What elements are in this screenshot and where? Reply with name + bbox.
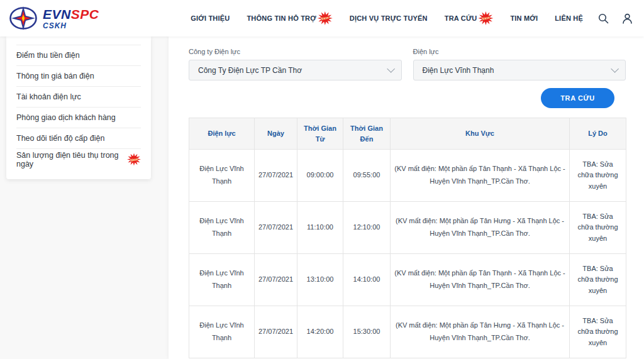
table-row: Điện Lực Vĩnh Thạnh27/07/202113:10:0014:… <box>189 254 626 306</box>
sidebar-item-phong-giao-dich-khach-hang[interactable]: Phòng giao dịch khách hàng <box>16 108 141 128</box>
unit-field: Điện lực Điện Lực Vĩnh Thạnh <box>413 48 626 80</box>
nav-icons <box>598 13 633 24</box>
table-cell: 15:30:00 <box>343 306 391 358</box>
search-button[interactable]: TRA CỨU <box>541 88 614 108</box>
table-header-cell: Thời Gian Từ <box>297 118 343 150</box>
sidebar-item-thong-tin-gia-ban-dien[interactable]: Thông tin giá bán điện <box>16 66 141 87</box>
company-field: Công ty Điện lực Công Ty Điện Lực TP Cần… <box>189 48 402 80</box>
logo-spc: SPC <box>71 7 99 21</box>
main-nav: GIỚI THIỆUTHÔNG TIN HỖ TRỢNewDỊCH VỤ TRỰ… <box>191 11 583 25</box>
top-header: EVNSPC CSKH GIỚI THIỆUTHÔNG TIN HỖ TRỢNe… <box>0 0 644 36</box>
table-cell: TBA: Sửa chữa thường xuyên <box>570 306 626 358</box>
table-header-cell: Thời Gian Đến <box>343 118 391 150</box>
table-cell: (KV mất điện: Một phần ấp Tân Hưng - Xã … <box>391 202 570 254</box>
table-header-row: Điện lựcNgàyThời Gian TừThời Gian ĐếnKhu… <box>189 118 626 150</box>
main-panel: Công ty Điện lực Công Ty Điện Lực TP Cần… <box>169 36 644 359</box>
table-cell: TBA: Sửa chữa thường xuyên <box>570 254 626 306</box>
sidebar-item-label: Thông tin giá bán điện <box>16 72 94 80</box>
unit-select-value: Điện Lực Vĩnh Thạnh <box>423 66 494 75</box>
nav-item-dich-vu-truc-tuyen[interactable]: DỊCH VỤ TRỰC TUYẾN <box>350 14 428 22</box>
new-badge: New <box>318 11 333 25</box>
table-cell: TBA: Sửa chữa thường xuyên <box>570 202 626 254</box>
company-field-label: Công ty Điện lực <box>189 48 402 55</box>
table-header-cell: Khu Vực <box>391 118 570 150</box>
company-select[interactable]: Công Ty Điện Lực TP Cần Thơ <box>189 60 402 80</box>
table-cell: (KV mất điện: Một phần ấp Tân Thạnh - Xã… <box>391 254 570 306</box>
table-cell: 11:10:00 <box>297 202 343 254</box>
table-cell: Điện Lực Vĩnh Thạnh <box>189 254 255 306</box>
nav-item-label: DỊCH VỤ TRỰC TUYẾN <box>350 14 428 22</box>
table-cell: (KV mất điện: Một phần ấp Tân Thạnh - Xã… <box>391 150 570 202</box>
table-cell: 27/07/2021 <box>255 254 297 306</box>
sidebar-item-label: Sản lượng điện tiêu thụ trong ngày <box>16 151 125 168</box>
table-cell: Điện Lực Vĩnh Thạnh <box>189 150 255 202</box>
lookup-filters: Công ty Điện lực Công Ty Điện Lực TP Cần… <box>189 48 626 80</box>
table-row: Điện Lực Vĩnh Thạnh27/07/202111:10:0012:… <box>189 202 626 254</box>
table-cell: 14:10:00 <box>343 254 391 306</box>
table-row: Điện Lực Vĩnh Thạnh27/07/202109:00:0009:… <box>189 150 626 202</box>
outage-schedule-table: Điện lựcNgàyThời Gian TừThời Gian ĐếnKhu… <box>189 118 626 358</box>
sidebar-item-label: Điểm thu tiền điện <box>16 51 80 60</box>
sidebar-item-label: Theo dõi tiến độ cấp điện <box>16 134 104 143</box>
table-row: Điện Lực Vĩnh Thạnh27/07/202114:20:0015:… <box>189 306 626 358</box>
table-cell: Điện Lực Vĩnh Thạnh <box>189 306 255 358</box>
nav-item-label: LIÊN HỆ <box>555 14 583 22</box>
logo-evn: EVN <box>43 7 71 21</box>
table-cell: Điện Lực Vĩnh Thạnh <box>189 202 255 254</box>
table-cell: 14:20:00 <box>297 306 343 358</box>
table-cell: 09:55:00 <box>343 150 391 202</box>
sidebar-item-diem-thu-tien-dien[interactable]: Điểm thu tiền điện <box>16 45 141 66</box>
button-row: TRA CỨU <box>189 88 626 108</box>
nav-item-gioi-thieu[interactable]: GIỚI THIỆU <box>191 14 230 22</box>
company-select-value: Công Ty Điện Lực TP Cần Thơ <box>198 66 302 75</box>
table-cell: 27/07/2021 <box>255 150 297 202</box>
nav-item-label: TIN MỚI <box>510 14 538 22</box>
sidebar-items: Điểm thu tiền điệnThông tin giá bán điện… <box>16 45 141 170</box>
nav-item-label: THÔNG TIN HỖ TRỢ <box>247 14 316 22</box>
table-cell: TBA: Sửa chữa thường xuyên <box>570 150 626 202</box>
nav-item-label: TRA CỨU <box>445 14 477 22</box>
table-cell: 09:00:00 <box>297 150 343 202</box>
search-icon[interactable] <box>598 13 609 24</box>
nav-item-tra-cuu[interactable]: TRA CỨUNew <box>445 11 494 25</box>
sidebar-item-cutoff <box>16 36 141 45</box>
unit-field-label: Điện lực <box>413 48 626 55</box>
evnspc-logo[interactable]: EVNSPC CSKH <box>9 5 99 31</box>
sidebar-item-label: Phòng giao dịch khách hàng <box>16 113 116 122</box>
table-header-cell: Lý Do <box>570 118 626 150</box>
chevron-down-icon <box>387 65 395 73</box>
sidebar-item-tai-khoan-dien-luc[interactable]: Tài khoản điện lực <box>16 87 141 108</box>
nav-item-lien-he[interactable]: LIÊN HỆ <box>555 14 583 22</box>
table-cell: 27/07/2021 <box>255 202 297 254</box>
sidebar-item-san-luong-dien-tieu-thu[interactable]: Sản lượng điện tiêu thụ trong ngàyNew <box>16 149 141 170</box>
table-cell: 12:10:00 <box>343 202 391 254</box>
new-badge: New <box>127 153 141 166</box>
sidebar-item-label: Tài khoản điện lực <box>16 92 81 101</box>
sidebar-menu: Điểm thu tiền điệnThông tin giá bán điện… <box>6 36 151 179</box>
nav-item-tin-moi[interactable]: TIN MỚI <box>510 14 538 22</box>
table-header-cell: Ngày <box>255 118 297 150</box>
table-cell: 27/07/2021 <box>255 306 297 358</box>
table-header-cell: Điện lực <box>189 118 255 150</box>
sidebar-item-theo-doi-tien-do-cap-dien[interactable]: Theo dõi tiến độ cấp điện <box>16 128 141 149</box>
evn-star-icon <box>9 5 38 31</box>
chevron-down-icon <box>611 65 619 73</box>
logo-cskh: CSKH <box>43 22 99 30</box>
nav-item-label: GIỚI THIỆU <box>191 14 230 22</box>
logo-text: EVNSPC CSKH <box>43 8 99 30</box>
unit-select[interactable]: Điện Lực Vĩnh Thạnh <box>413 60 626 80</box>
user-account-icon[interactable] <box>622 13 633 24</box>
new-badge: New <box>478 11 493 25</box>
table-cell: (KV mất điện: Một phần ấp Tân Hưng - Xã … <box>391 306 570 358</box>
nav-item-thong-tin-ho-tro[interactable]: THÔNG TIN HỖ TRỢNew <box>247 11 332 25</box>
table-cell: 13:10:00 <box>297 254 343 306</box>
